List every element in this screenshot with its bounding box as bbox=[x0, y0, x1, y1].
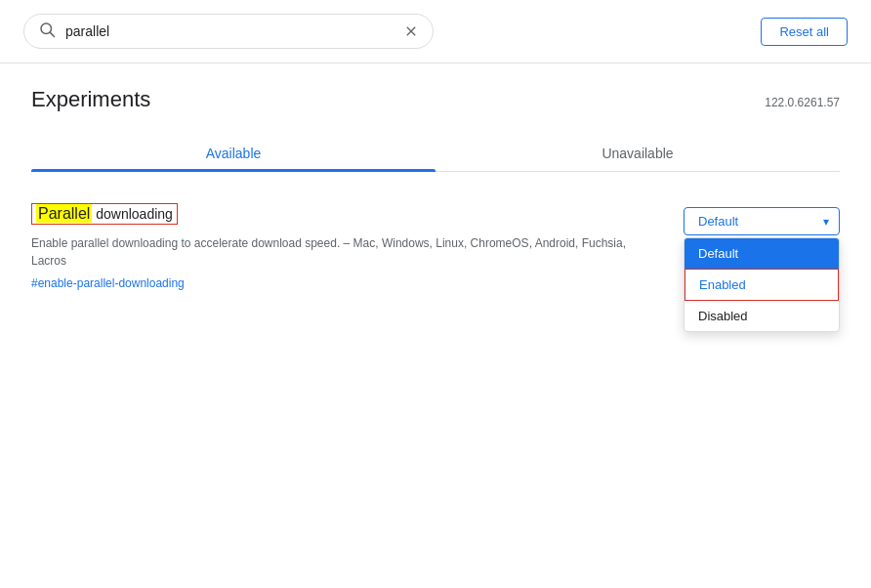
flag-select-value: Default bbox=[698, 214, 738, 229]
tab-available[interactable]: Available bbox=[31, 136, 436, 171]
flag-info: Parallel downloading Enable parallel dow… bbox=[31, 203, 637, 291]
search-clear-button[interactable] bbox=[403, 23, 419, 39]
search-input[interactable] bbox=[65, 23, 397, 39]
flag-entry: Parallel downloading Enable parallel dow… bbox=[31, 195, 840, 299]
page-title: Experiments bbox=[31, 87, 150, 112]
dropdown-item-disabled[interactable]: Disabled bbox=[684, 301, 839, 331]
version-text: 122.0.6261.57 bbox=[765, 96, 840, 109]
dropdown-list: Default Enabled Disabled bbox=[684, 237, 840, 332]
svg-line-1 bbox=[50, 32, 54, 36]
search-bar-area: Reset all bbox=[0, 0, 871, 63]
flag-control: Default ▾ Default Enabled Disabled bbox=[684, 207, 840, 235]
tab-unavailable[interactable]: Unavailable bbox=[436, 136, 840, 171]
search-icon bbox=[38, 21, 56, 42]
tabs-container: Available Unavailable bbox=[31, 136, 840, 172]
flag-title-box: Parallel downloading bbox=[31, 203, 178, 225]
page-header: Experiments 122.0.6261.57 bbox=[31, 87, 840, 112]
dropdown-item-default[interactable]: Default bbox=[684, 238, 839, 269]
search-input-wrapper bbox=[23, 14, 434, 49]
flag-title-highlight: Parallel bbox=[36, 204, 92, 223]
flag-title-rest: downloading bbox=[92, 206, 173, 222]
chevron-down-icon: ▾ bbox=[823, 215, 829, 229]
dropdown-item-enabled[interactable]: Enabled bbox=[684, 269, 839, 301]
flag-select-button[interactable]: Default ▾ bbox=[684, 207, 840, 235]
flag-title-container: Parallel downloading bbox=[31, 203, 637, 229]
main-content: Experiments 122.0.6261.57 Available Unav… bbox=[0, 63, 871, 322]
flag-description: Enable parallel downloading to accelerat… bbox=[31, 234, 637, 270]
reset-all-button[interactable]: Reset all bbox=[761, 18, 848, 46]
flag-link[interactable]: #enable-parallel-downloading bbox=[31, 276, 185, 290]
